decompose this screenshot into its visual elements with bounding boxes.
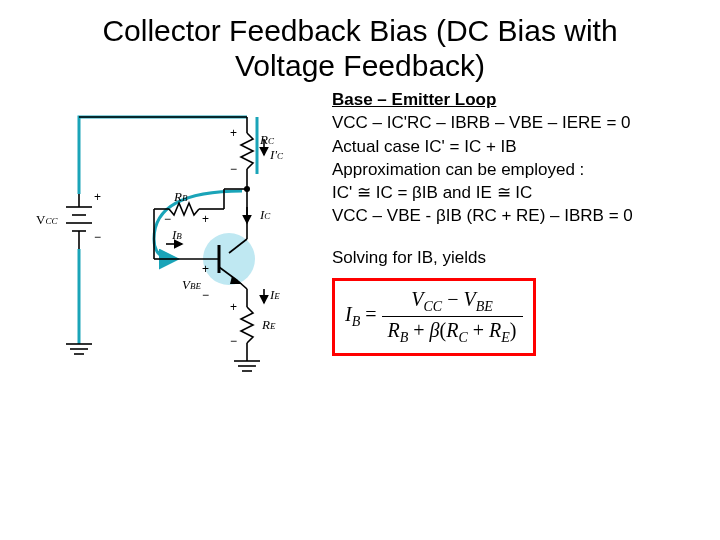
svg-text:RE: RE	[261, 317, 276, 332]
eq-line-2: Actual case IC' = IC + IB	[332, 136, 696, 157]
svg-text:IE: IE	[269, 287, 280, 302]
svg-text:−: −	[164, 212, 171, 226]
content-row: VCC + − RC I'C + − RB + − IB IC VBE + − …	[0, 83, 720, 389]
svg-text:−: −	[230, 334, 237, 348]
svg-text:+: +	[230, 126, 237, 140]
svg-text:VBE: VBE	[182, 277, 201, 292]
eq-line-4: IC' ≅ IC = βIB and IE ≅ IC	[332, 182, 696, 203]
title-line-2: Voltage Feedback)	[235, 49, 485, 82]
eq-line-1: VCC – IC'RC – IBRB – VBE – IERE = 0	[332, 112, 696, 133]
svg-text:VCC: VCC	[36, 212, 58, 227]
svg-text:+: +	[230, 300, 237, 314]
formula: IB = VCC − VBE RB + β(RC + RE)	[345, 303, 523, 325]
svg-text:IB: IB	[171, 227, 182, 242]
svg-text:+: +	[202, 212, 209, 226]
svg-line-11	[238, 281, 247, 289]
formula-box: IB = VCC − VBE RB + β(RC + RE)	[332, 278, 536, 356]
circuit-diagram: VCC + − RC I'C + − RB + − IB IC VBE + − …	[24, 89, 324, 389]
eq-line-3: Approximation can be employed :	[332, 159, 696, 180]
svg-text:−: −	[230, 162, 237, 176]
slide-title: Collector Feedback Bias (DC Bias with Vo…	[0, 0, 720, 83]
svg-text:RB: RB	[173, 189, 188, 204]
svg-text:−: −	[202, 288, 209, 302]
title-line-1: Collector Feedback Bias (DC Bias with	[102, 14, 617, 47]
svg-text:−: −	[94, 230, 101, 244]
svg-text:+: +	[94, 190, 101, 204]
svg-text:IC: IC	[259, 207, 271, 222]
svg-text:I'C: I'C	[269, 147, 284, 162]
section-heading: Base – Emitter Loop	[332, 89, 696, 110]
eq-line-5: VCC – VBE - βIB (RC + RE) – IBRB = 0	[332, 205, 696, 226]
equation-block: Base – Emitter Loop VCC – IC'RC – IBRB –…	[332, 89, 696, 389]
svg-text:+: +	[202, 262, 209, 276]
svg-text:RC: RC	[259, 132, 275, 147]
solve-line: Solving for IB, yields	[332, 247, 696, 268]
